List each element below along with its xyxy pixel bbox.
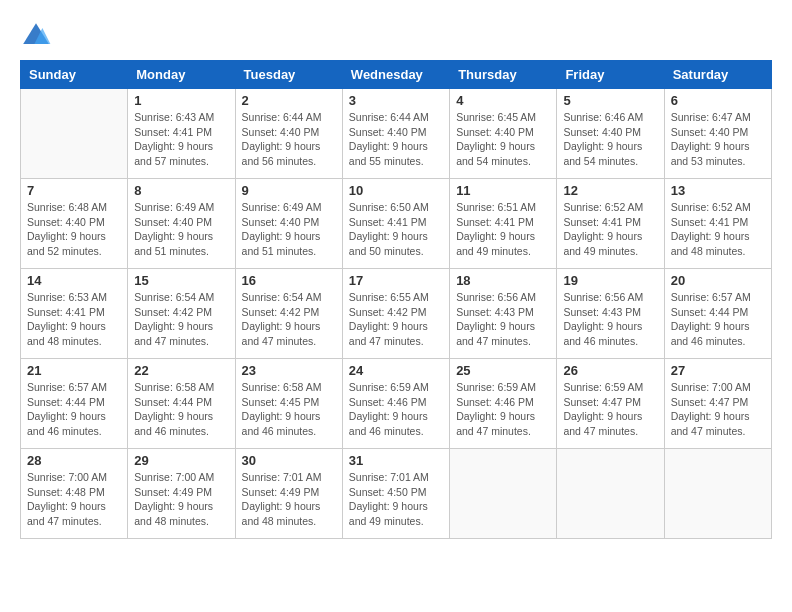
- day-number: 28: [27, 453, 121, 468]
- day-info: Sunrise: 7:00 AM Sunset: 4:47 PM Dayligh…: [671, 380, 765, 439]
- calendar-cell: 29Sunrise: 7:00 AM Sunset: 4:49 PM Dayli…: [128, 449, 235, 539]
- day-info: Sunrise: 6:49 AM Sunset: 4:40 PM Dayligh…: [242, 200, 336, 259]
- day-info: Sunrise: 6:51 AM Sunset: 4:41 PM Dayligh…: [456, 200, 550, 259]
- day-info: Sunrise: 6:52 AM Sunset: 4:41 PM Dayligh…: [671, 200, 765, 259]
- day-number: 1: [134, 93, 228, 108]
- day-number: 12: [563, 183, 657, 198]
- day-info: Sunrise: 6:47 AM Sunset: 4:40 PM Dayligh…: [671, 110, 765, 169]
- logo-icon: [20, 20, 52, 52]
- day-info: Sunrise: 6:59 AM Sunset: 4:47 PM Dayligh…: [563, 380, 657, 439]
- calendar-cell: 30Sunrise: 7:01 AM Sunset: 4:49 PM Dayli…: [235, 449, 342, 539]
- calendar-cell: 23Sunrise: 6:58 AM Sunset: 4:45 PM Dayli…: [235, 359, 342, 449]
- calendar-cell: [21, 89, 128, 179]
- calendar-cell: 8Sunrise: 6:49 AM Sunset: 4:40 PM Daylig…: [128, 179, 235, 269]
- day-number: 19: [563, 273, 657, 288]
- calendar-cell: 13Sunrise: 6:52 AM Sunset: 4:41 PM Dayli…: [664, 179, 771, 269]
- day-info: Sunrise: 6:54 AM Sunset: 4:42 PM Dayligh…: [242, 290, 336, 349]
- calendar-weekday-saturday: Saturday: [664, 61, 771, 89]
- calendar-cell: 24Sunrise: 6:59 AM Sunset: 4:46 PM Dayli…: [342, 359, 449, 449]
- day-info: Sunrise: 6:50 AM Sunset: 4:41 PM Dayligh…: [349, 200, 443, 259]
- calendar-week-row: 28Sunrise: 7:00 AM Sunset: 4:48 PM Dayli…: [21, 449, 772, 539]
- day-number: 8: [134, 183, 228, 198]
- day-number: 24: [349, 363, 443, 378]
- calendar-week-row: 7Sunrise: 6:48 AM Sunset: 4:40 PM Daylig…: [21, 179, 772, 269]
- day-info: Sunrise: 6:57 AM Sunset: 4:44 PM Dayligh…: [671, 290, 765, 349]
- day-number: 7: [27, 183, 121, 198]
- day-number: 5: [563, 93, 657, 108]
- calendar-cell: [557, 449, 664, 539]
- day-number: 6: [671, 93, 765, 108]
- day-info: Sunrise: 6:56 AM Sunset: 4:43 PM Dayligh…: [456, 290, 550, 349]
- calendar-cell: 11Sunrise: 6:51 AM Sunset: 4:41 PM Dayli…: [450, 179, 557, 269]
- calendar-weekday-tuesday: Tuesday: [235, 61, 342, 89]
- day-info: Sunrise: 6:48 AM Sunset: 4:40 PM Dayligh…: [27, 200, 121, 259]
- calendar-cell: 31Sunrise: 7:01 AM Sunset: 4:50 PM Dayli…: [342, 449, 449, 539]
- day-number: 27: [671, 363, 765, 378]
- logo: [20, 20, 56, 52]
- day-info: Sunrise: 6:45 AM Sunset: 4:40 PM Dayligh…: [456, 110, 550, 169]
- day-info: Sunrise: 6:53 AM Sunset: 4:41 PM Dayligh…: [27, 290, 121, 349]
- calendar-cell: 6Sunrise: 6:47 AM Sunset: 4:40 PM Daylig…: [664, 89, 771, 179]
- calendar-cell: 25Sunrise: 6:59 AM Sunset: 4:46 PM Dayli…: [450, 359, 557, 449]
- day-number: 31: [349, 453, 443, 468]
- calendar-week-row: 14Sunrise: 6:53 AM Sunset: 4:41 PM Dayli…: [21, 269, 772, 359]
- day-number: 10: [349, 183, 443, 198]
- day-number: 25: [456, 363, 550, 378]
- calendar-cell: 3Sunrise: 6:44 AM Sunset: 4:40 PM Daylig…: [342, 89, 449, 179]
- calendar-weekday-friday: Friday: [557, 61, 664, 89]
- calendar-cell: 12Sunrise: 6:52 AM Sunset: 4:41 PM Dayli…: [557, 179, 664, 269]
- day-number: 14: [27, 273, 121, 288]
- calendar-cell: 21Sunrise: 6:57 AM Sunset: 4:44 PM Dayli…: [21, 359, 128, 449]
- day-info: Sunrise: 6:56 AM Sunset: 4:43 PM Dayligh…: [563, 290, 657, 349]
- day-number: 15: [134, 273, 228, 288]
- day-info: Sunrise: 6:49 AM Sunset: 4:40 PM Dayligh…: [134, 200, 228, 259]
- calendar-weekday-wednesday: Wednesday: [342, 61, 449, 89]
- calendar-cell: 27Sunrise: 7:00 AM Sunset: 4:47 PM Dayli…: [664, 359, 771, 449]
- day-info: Sunrise: 7:01 AM Sunset: 4:50 PM Dayligh…: [349, 470, 443, 529]
- calendar-cell: 7Sunrise: 6:48 AM Sunset: 4:40 PM Daylig…: [21, 179, 128, 269]
- day-number: 4: [456, 93, 550, 108]
- day-number: 20: [671, 273, 765, 288]
- day-info: Sunrise: 6:57 AM Sunset: 4:44 PM Dayligh…: [27, 380, 121, 439]
- day-number: 30: [242, 453, 336, 468]
- day-number: 22: [134, 363, 228, 378]
- calendar-table: SundayMondayTuesdayWednesdayThursdayFrid…: [20, 60, 772, 539]
- day-info: Sunrise: 6:58 AM Sunset: 4:45 PM Dayligh…: [242, 380, 336, 439]
- day-info: Sunrise: 7:01 AM Sunset: 4:49 PM Dayligh…: [242, 470, 336, 529]
- calendar-cell: 5Sunrise: 6:46 AM Sunset: 4:40 PM Daylig…: [557, 89, 664, 179]
- calendar-cell: 9Sunrise: 6:49 AM Sunset: 4:40 PM Daylig…: [235, 179, 342, 269]
- day-number: 21: [27, 363, 121, 378]
- day-info: Sunrise: 6:59 AM Sunset: 4:46 PM Dayligh…: [349, 380, 443, 439]
- day-number: 16: [242, 273, 336, 288]
- day-number: 9: [242, 183, 336, 198]
- calendar-week-row: 1Sunrise: 6:43 AM Sunset: 4:41 PM Daylig…: [21, 89, 772, 179]
- day-info: Sunrise: 6:52 AM Sunset: 4:41 PM Dayligh…: [563, 200, 657, 259]
- calendar-weekday-thursday: Thursday: [450, 61, 557, 89]
- calendar-cell: 19Sunrise: 6:56 AM Sunset: 4:43 PM Dayli…: [557, 269, 664, 359]
- day-info: Sunrise: 6:43 AM Sunset: 4:41 PM Dayligh…: [134, 110, 228, 169]
- day-number: 29: [134, 453, 228, 468]
- calendar-cell: 22Sunrise: 6:58 AM Sunset: 4:44 PM Dayli…: [128, 359, 235, 449]
- calendar-cell: [664, 449, 771, 539]
- day-info: Sunrise: 6:59 AM Sunset: 4:46 PM Dayligh…: [456, 380, 550, 439]
- day-info: Sunrise: 6:58 AM Sunset: 4:44 PM Dayligh…: [134, 380, 228, 439]
- calendar-cell: 17Sunrise: 6:55 AM Sunset: 4:42 PM Dayli…: [342, 269, 449, 359]
- calendar-cell: 20Sunrise: 6:57 AM Sunset: 4:44 PM Dayli…: [664, 269, 771, 359]
- day-number: 18: [456, 273, 550, 288]
- calendar-week-row: 21Sunrise: 6:57 AM Sunset: 4:44 PM Dayli…: [21, 359, 772, 449]
- calendar-weekday-monday: Monday: [128, 61, 235, 89]
- day-info: Sunrise: 7:00 AM Sunset: 4:48 PM Dayligh…: [27, 470, 121, 529]
- day-number: 23: [242, 363, 336, 378]
- calendar-cell: 28Sunrise: 7:00 AM Sunset: 4:48 PM Dayli…: [21, 449, 128, 539]
- calendar-cell: 4Sunrise: 6:45 AM Sunset: 4:40 PM Daylig…: [450, 89, 557, 179]
- day-info: Sunrise: 6:44 AM Sunset: 4:40 PM Dayligh…: [349, 110, 443, 169]
- day-info: Sunrise: 6:44 AM Sunset: 4:40 PM Dayligh…: [242, 110, 336, 169]
- calendar-cell: 18Sunrise: 6:56 AM Sunset: 4:43 PM Dayli…: [450, 269, 557, 359]
- day-info: Sunrise: 6:46 AM Sunset: 4:40 PM Dayligh…: [563, 110, 657, 169]
- page-header: [20, 20, 772, 52]
- day-number: 11: [456, 183, 550, 198]
- calendar-cell: 15Sunrise: 6:54 AM Sunset: 4:42 PM Dayli…: [128, 269, 235, 359]
- day-number: 26: [563, 363, 657, 378]
- calendar-header-row: SundayMondayTuesdayWednesdayThursdayFrid…: [21, 61, 772, 89]
- calendar-cell: 1Sunrise: 6:43 AM Sunset: 4:41 PM Daylig…: [128, 89, 235, 179]
